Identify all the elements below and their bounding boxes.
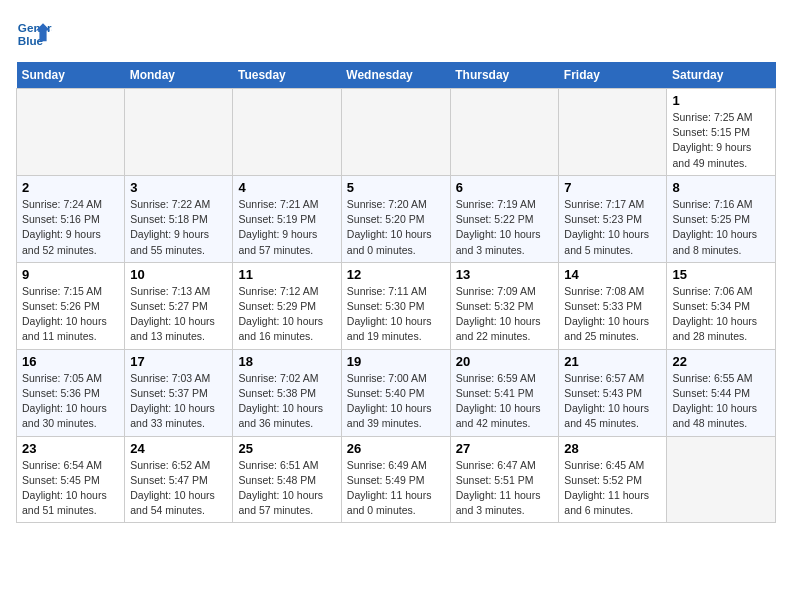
calendar-header-row: SundayMondayTuesdayWednesdayThursdayFrid…: [17, 62, 776, 89]
day-cell: 5Sunrise: 7:20 AM Sunset: 5:20 PM Daylig…: [341, 175, 450, 262]
day-number: 25: [238, 441, 335, 456]
logo: General Blue: [16, 16, 52, 52]
week-row-5: 23Sunrise: 6:54 AM Sunset: 5:45 PM Dayli…: [17, 436, 776, 523]
day-info: Sunrise: 7:05 AM Sunset: 5:36 PM Dayligh…: [22, 371, 119, 432]
day-info: Sunrise: 7:11 AM Sunset: 5:30 PM Dayligh…: [347, 284, 445, 345]
day-number: 19: [347, 354, 445, 369]
day-number: 12: [347, 267, 445, 282]
header: General Blue: [16, 16, 776, 52]
day-number: 10: [130, 267, 227, 282]
week-row-1: 1Sunrise: 7:25 AM Sunset: 5:15 PM Daylig…: [17, 89, 776, 176]
logo-icon: General Blue: [16, 16, 52, 52]
day-number: 15: [672, 267, 770, 282]
day-info: Sunrise: 7:19 AM Sunset: 5:22 PM Dayligh…: [456, 197, 554, 258]
day-cell: 22Sunrise: 6:55 AM Sunset: 5:44 PM Dayli…: [667, 349, 776, 436]
day-cell: 14Sunrise: 7:08 AM Sunset: 5:33 PM Dayli…: [559, 262, 667, 349]
day-number: 27: [456, 441, 554, 456]
day-info: Sunrise: 6:54 AM Sunset: 5:45 PM Dayligh…: [22, 458, 119, 519]
day-cell: 19Sunrise: 7:00 AM Sunset: 5:40 PM Dayli…: [341, 349, 450, 436]
day-number: 7: [564, 180, 661, 195]
week-row-3: 9Sunrise: 7:15 AM Sunset: 5:26 PM Daylig…: [17, 262, 776, 349]
day-number: 21: [564, 354, 661, 369]
day-info: Sunrise: 7:09 AM Sunset: 5:32 PM Dayligh…: [456, 284, 554, 345]
day-cell: 2Sunrise: 7:24 AM Sunset: 5:16 PM Daylig…: [17, 175, 125, 262]
day-info: Sunrise: 6:55 AM Sunset: 5:44 PM Dayligh…: [672, 371, 770, 432]
day-cell: 20Sunrise: 6:59 AM Sunset: 5:41 PM Dayli…: [450, 349, 559, 436]
day-cell: [450, 89, 559, 176]
day-cell: 12Sunrise: 7:11 AM Sunset: 5:30 PM Dayli…: [341, 262, 450, 349]
day-cell: 23Sunrise: 6:54 AM Sunset: 5:45 PM Dayli…: [17, 436, 125, 523]
day-info: Sunrise: 7:22 AM Sunset: 5:18 PM Dayligh…: [130, 197, 227, 258]
day-info: Sunrise: 7:12 AM Sunset: 5:29 PM Dayligh…: [238, 284, 335, 345]
day-cell: [125, 89, 233, 176]
day-cell: 11Sunrise: 7:12 AM Sunset: 5:29 PM Dayli…: [233, 262, 341, 349]
day-info: Sunrise: 7:24 AM Sunset: 5:16 PM Dayligh…: [22, 197, 119, 258]
day-number: 6: [456, 180, 554, 195]
day-number: 18: [238, 354, 335, 369]
day-cell: [341, 89, 450, 176]
col-header-tuesday: Tuesday: [233, 62, 341, 89]
week-row-4: 16Sunrise: 7:05 AM Sunset: 5:36 PM Dayli…: [17, 349, 776, 436]
day-cell: 13Sunrise: 7:09 AM Sunset: 5:32 PM Dayli…: [450, 262, 559, 349]
day-info: Sunrise: 7:03 AM Sunset: 5:37 PM Dayligh…: [130, 371, 227, 432]
day-number: 3: [130, 180, 227, 195]
day-cell: 8Sunrise: 7:16 AM Sunset: 5:25 PM Daylig…: [667, 175, 776, 262]
day-cell: [667, 436, 776, 523]
week-row-2: 2Sunrise: 7:24 AM Sunset: 5:16 PM Daylig…: [17, 175, 776, 262]
day-info: Sunrise: 7:08 AM Sunset: 5:33 PM Dayligh…: [564, 284, 661, 345]
day-info: Sunrise: 7:00 AM Sunset: 5:40 PM Dayligh…: [347, 371, 445, 432]
day-cell: 24Sunrise: 6:52 AM Sunset: 5:47 PM Dayli…: [125, 436, 233, 523]
day-info: Sunrise: 7:20 AM Sunset: 5:20 PM Dayligh…: [347, 197, 445, 258]
day-info: Sunrise: 7:02 AM Sunset: 5:38 PM Dayligh…: [238, 371, 335, 432]
day-number: 28: [564, 441, 661, 456]
day-cell: 18Sunrise: 7:02 AM Sunset: 5:38 PM Dayli…: [233, 349, 341, 436]
day-number: 24: [130, 441, 227, 456]
day-number: 14: [564, 267, 661, 282]
day-cell: 3Sunrise: 7:22 AM Sunset: 5:18 PM Daylig…: [125, 175, 233, 262]
col-header-monday: Monday: [125, 62, 233, 89]
col-header-saturday: Saturday: [667, 62, 776, 89]
day-info: Sunrise: 6:57 AM Sunset: 5:43 PM Dayligh…: [564, 371, 661, 432]
col-header-thursday: Thursday: [450, 62, 559, 89]
day-number: 9: [22, 267, 119, 282]
day-info: Sunrise: 7:15 AM Sunset: 5:26 PM Dayligh…: [22, 284, 119, 345]
day-number: 13: [456, 267, 554, 282]
day-info: Sunrise: 6:47 AM Sunset: 5:51 PM Dayligh…: [456, 458, 554, 519]
day-cell: [559, 89, 667, 176]
day-info: Sunrise: 7:16 AM Sunset: 5:25 PM Dayligh…: [672, 197, 770, 258]
day-number: 17: [130, 354, 227, 369]
day-info: Sunrise: 7:13 AM Sunset: 5:27 PM Dayligh…: [130, 284, 227, 345]
day-number: 5: [347, 180, 445, 195]
day-info: Sunrise: 7:06 AM Sunset: 5:34 PM Dayligh…: [672, 284, 770, 345]
day-cell: 26Sunrise: 6:49 AM Sunset: 5:49 PM Dayli…: [341, 436, 450, 523]
day-cell: 15Sunrise: 7:06 AM Sunset: 5:34 PM Dayli…: [667, 262, 776, 349]
day-cell: 17Sunrise: 7:03 AM Sunset: 5:37 PM Dayli…: [125, 349, 233, 436]
day-number: 23: [22, 441, 119, 456]
day-number: 1: [672, 93, 770, 108]
day-info: Sunrise: 7:25 AM Sunset: 5:15 PM Dayligh…: [672, 110, 770, 171]
day-info: Sunrise: 7:21 AM Sunset: 5:19 PM Dayligh…: [238, 197, 335, 258]
day-cell: 7Sunrise: 7:17 AM Sunset: 5:23 PM Daylig…: [559, 175, 667, 262]
day-info: Sunrise: 6:59 AM Sunset: 5:41 PM Dayligh…: [456, 371, 554, 432]
calendar-table: SundayMondayTuesdayWednesdayThursdayFrid…: [16, 62, 776, 523]
day-cell: 16Sunrise: 7:05 AM Sunset: 5:36 PM Dayli…: [17, 349, 125, 436]
day-info: Sunrise: 6:52 AM Sunset: 5:47 PM Dayligh…: [130, 458, 227, 519]
day-info: Sunrise: 6:49 AM Sunset: 5:49 PM Dayligh…: [347, 458, 445, 519]
col-header-friday: Friday: [559, 62, 667, 89]
day-cell: 4Sunrise: 7:21 AM Sunset: 5:19 PM Daylig…: [233, 175, 341, 262]
day-number: 2: [22, 180, 119, 195]
col-header-wednesday: Wednesday: [341, 62, 450, 89]
day-cell: [233, 89, 341, 176]
day-cell: [17, 89, 125, 176]
day-cell: 10Sunrise: 7:13 AM Sunset: 5:27 PM Dayli…: [125, 262, 233, 349]
day-number: 16: [22, 354, 119, 369]
day-cell: 6Sunrise: 7:19 AM Sunset: 5:22 PM Daylig…: [450, 175, 559, 262]
day-info: Sunrise: 6:51 AM Sunset: 5:48 PM Dayligh…: [238, 458, 335, 519]
day-number: 26: [347, 441, 445, 456]
day-number: 11: [238, 267, 335, 282]
day-number: 4: [238, 180, 335, 195]
day-cell: 21Sunrise: 6:57 AM Sunset: 5:43 PM Dayli…: [559, 349, 667, 436]
day-cell: 28Sunrise: 6:45 AM Sunset: 5:52 PM Dayli…: [559, 436, 667, 523]
day-info: Sunrise: 6:45 AM Sunset: 5:52 PM Dayligh…: [564, 458, 661, 519]
day-cell: 9Sunrise: 7:15 AM Sunset: 5:26 PM Daylig…: [17, 262, 125, 349]
